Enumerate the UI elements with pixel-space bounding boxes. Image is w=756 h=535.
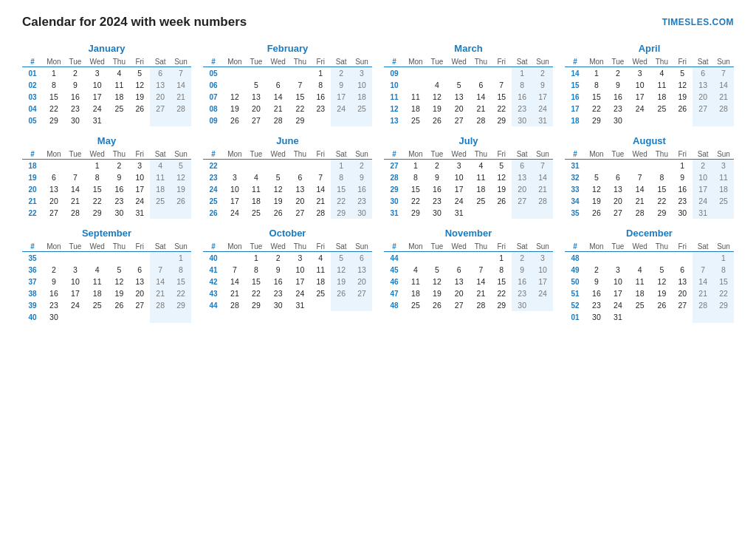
- day-cell: 27: [129, 299, 150, 311]
- month-block-january: January#MonTueWedThuFriSatSun01123456702…: [22, 43, 191, 126]
- day-cell: [246, 67, 267, 80]
- day-cell: [86, 311, 109, 323]
- day-cell: 4: [150, 160, 171, 172]
- day-cell: [693, 115, 713, 126]
- day-cell: 11: [310, 264, 331, 276]
- day-cell: [109, 115, 129, 126]
- month-block-april: April#MonTueWedThuFriSatSun1412345671589…: [565, 43, 734, 126]
- day-cell: 18: [109, 91, 129, 103]
- day-cell: 19: [651, 287, 672, 299]
- day-cell: [651, 311, 672, 323]
- day-cell: 18: [246, 195, 267, 207]
- day-cell: 5: [447, 79, 471, 91]
- month-table: #MonTueWedThuFriSatSun441234545678910461…: [384, 242, 553, 311]
- day-cell: 23: [585, 299, 608, 311]
- day-cell: 20: [43, 195, 65, 207]
- day-cell: 16: [608, 91, 628, 103]
- day-cell: 17: [65, 287, 86, 299]
- day-cell: 24: [447, 195, 471, 207]
- day-cell: 22: [289, 103, 310, 115]
- day-cell: 13: [43, 183, 65, 195]
- day-cell: [171, 207, 191, 219]
- day-cell: 23: [608, 103, 628, 115]
- week-row: 31293031: [384, 207, 553, 219]
- week-row: 1325262728293031: [384, 115, 553, 126]
- day-cell: 20: [150, 91, 171, 103]
- day-cell: [150, 252, 171, 265]
- day-cell: [713, 207, 734, 219]
- day-cell: 26: [427, 115, 447, 126]
- day-cell: 3: [447, 160, 471, 172]
- week-row: 013031: [565, 311, 734, 323]
- day-cell: 20: [693, 91, 713, 103]
- day-cell: 16: [109, 183, 129, 195]
- day-cell: 5: [491, 160, 512, 172]
- day-cell: [470, 67, 491, 80]
- day-cell: 16: [427, 183, 447, 195]
- day-cell: 6: [447, 264, 471, 276]
- day-cell: 16: [512, 276, 532, 287]
- day-cell: [224, 160, 246, 172]
- month-table: #MonTueWedThuFriSatSun011234567028910111…: [22, 57, 191, 126]
- day-cell: 11: [150, 171, 171, 183]
- day-cell: 10: [129, 171, 150, 183]
- day-cell: 27: [447, 115, 471, 126]
- day-cell: 25: [713, 195, 734, 207]
- day-cell: 13: [129, 276, 150, 287]
- day-cell: 1: [672, 160, 693, 172]
- week-row: 05293031: [22, 115, 191, 126]
- day-cell: 23: [109, 195, 129, 207]
- day-cell: 30: [585, 311, 608, 323]
- week-row: 15891011121314: [565, 79, 734, 91]
- day-cell: 12: [491, 171, 512, 183]
- day-cell: 29: [491, 115, 512, 126]
- day-cell: [427, 252, 447, 265]
- day-cell: 25: [246, 207, 267, 219]
- day-cell: 8: [171, 264, 191, 276]
- day-cell: 14: [470, 91, 491, 103]
- week-row: 3923242526272829: [22, 299, 191, 311]
- day-cell: 4: [246, 171, 267, 183]
- day-cell: 27: [512, 195, 532, 207]
- day-cell: 27: [246, 115, 267, 126]
- day-cell: 7: [532, 160, 553, 172]
- day-cell: 29: [43, 115, 65, 126]
- day-cell: 30: [65, 115, 86, 126]
- day-cell: 5: [672, 67, 693, 80]
- day-cell: [608, 252, 628, 265]
- day-cell: [351, 115, 372, 126]
- day-cell: 9: [512, 264, 532, 276]
- week-row: 0422232425262728: [22, 103, 191, 115]
- day-cell: 7: [628, 171, 652, 183]
- day-cell: 15: [43, 91, 65, 103]
- month-table: #MonTueWedThuFriSatSun051230656789100712…: [203, 57, 372, 126]
- week-row: 351: [22, 252, 191, 265]
- day-cell: 26: [427, 299, 447, 311]
- day-cell: 1: [491, 252, 512, 265]
- week-row: 481: [565, 252, 734, 265]
- day-cell: 11: [405, 276, 427, 287]
- day-cell: 19: [427, 287, 447, 299]
- day-cell: 15: [86, 183, 109, 195]
- day-cell: 23: [512, 103, 532, 115]
- day-cell: 2: [65, 67, 86, 80]
- day-cell: 2: [585, 264, 608, 276]
- day-cell: 19: [585, 195, 608, 207]
- day-cell: 8: [246, 264, 267, 276]
- day-cell: 7: [491, 79, 512, 91]
- day-cell: 3: [351, 67, 372, 80]
- day-cell: 10: [628, 79, 652, 91]
- month-title: November: [384, 228, 553, 239]
- week-row: 0819202122232425: [203, 103, 372, 115]
- day-cell: 25: [470, 195, 491, 207]
- day-cell: 30: [351, 207, 372, 219]
- day-cell: [171, 311, 191, 323]
- day-cell: 29: [585, 115, 608, 126]
- week-row: 0912: [384, 67, 553, 80]
- day-cell: 27: [351, 287, 372, 299]
- day-cell: 26: [224, 115, 246, 126]
- day-cell: 25: [109, 103, 129, 115]
- day-cell: 9: [109, 171, 129, 183]
- day-cell: 12: [224, 91, 246, 103]
- day-cell: 22: [651, 195, 672, 207]
